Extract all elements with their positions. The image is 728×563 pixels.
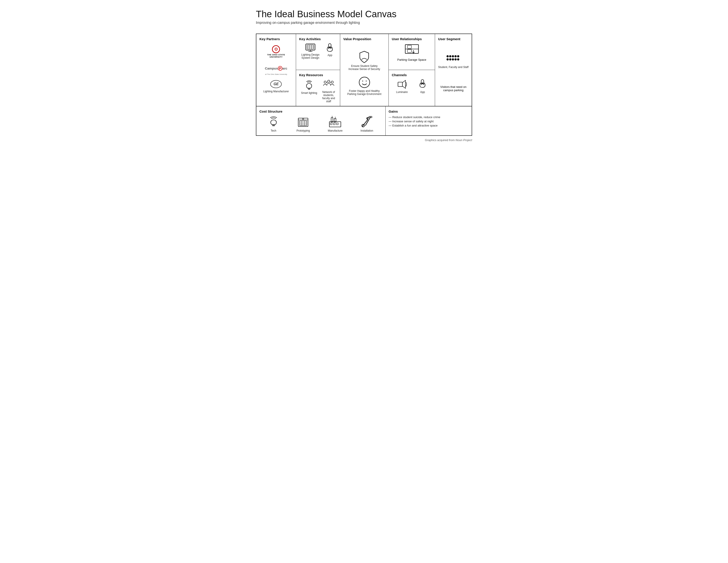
value-proposition-col: Value Proposition Ensure Student SafetyI… bbox=[340, 34, 389, 106]
channels-app-label: App bbox=[420, 90, 425, 94]
prototyping-block: Prototyping bbox=[296, 117, 310, 132]
svg-rect-28 bbox=[398, 82, 402, 86]
business-model-canvas: Key Partners O THE OHIO STATEUNIVERSITY … bbox=[256, 34, 472, 136]
installation-block: Installation bbox=[360, 115, 373, 132]
luminaire-icon bbox=[396, 79, 408, 90]
smart-lighting-label: Smart lighting bbox=[301, 91, 317, 94]
svg-point-39 bbox=[447, 58, 449, 60]
svg-point-17 bbox=[331, 81, 333, 83]
user-segment-col: User Segment bbox=[435, 34, 472, 106]
manufacture-label: Manufacture bbox=[328, 129, 343, 132]
bottom-grid: Cost Structure Tech bbox=[256, 106, 472, 135]
cost-structure-header: Cost Structure bbox=[259, 109, 382, 113]
visitors-block: Visitors that need on campus parking bbox=[438, 85, 469, 92]
us-content: Student, Faculty and Staff Visitors that… bbox=[438, 43, 469, 103]
svg-point-42 bbox=[454, 58, 457, 60]
key-resources-content: Smart lighting bbox=[299, 79, 337, 103]
footer-text: Graphics acquired from bbox=[425, 138, 456, 142]
parking-garage-icon bbox=[404, 43, 420, 57]
value-proposition-cell: Value Proposition Ensure Student SafetyI… bbox=[340, 34, 388, 106]
network-students-block: Network ofstudents,faculty andstaff bbox=[322, 79, 335, 103]
page-subtitle: Improving on-campus parking garage envir… bbox=[256, 21, 472, 25]
network-icon bbox=[323, 79, 334, 90]
key-activities-resources-col: Key Activities bbox=[296, 34, 340, 106]
user-segment-cell: User Segment bbox=[435, 34, 472, 106]
gains-item-1: Increase sense of safety at night bbox=[389, 120, 469, 123]
svg-point-43 bbox=[457, 58, 459, 60]
smart-lighting-icon bbox=[304, 79, 314, 90]
svg-rect-60 bbox=[333, 123, 335, 125]
key-partners-col: Key Partners O THE OHIO STATEUNIVERSITY … bbox=[256, 34, 296, 106]
happy-icon bbox=[358, 76, 371, 88]
installation-label: Installation bbox=[360, 129, 373, 132]
app-label: App bbox=[328, 54, 332, 57]
installation-icon bbox=[360, 115, 373, 128]
gains-item-2: Establish a fun and attractive space bbox=[389, 124, 469, 127]
people-group-icon bbox=[446, 54, 461, 65]
happy-environment-block: Foster Happy and HealthyParking Garage E… bbox=[347, 76, 381, 96]
svg-rect-1 bbox=[307, 45, 314, 49]
tech-icon bbox=[268, 115, 279, 128]
svg-point-22 bbox=[366, 81, 367, 81]
key-activities-cell: Key Activities bbox=[296, 34, 340, 70]
svg-point-35 bbox=[449, 55, 451, 57]
channels-header: Channels bbox=[392, 73, 432, 77]
channels-app-icon bbox=[418, 79, 427, 90]
page-title: The Ideal Business Model Canvas bbox=[256, 9, 472, 19]
prototyping-label: Prototyping bbox=[296, 129, 310, 132]
svg-point-38 bbox=[457, 55, 459, 57]
happy-environment-label: Foster Happy and HealthyParking Garage E… bbox=[347, 89, 381, 96]
lighting-design-icon bbox=[305, 43, 316, 52]
key-partners-cell: Key Partners O THE OHIO STATEUNIVERSITY … bbox=[256, 34, 296, 106]
svg-rect-59 bbox=[330, 123, 332, 125]
student-safety-block: Ensure Student SafetyIncrease Sense of S… bbox=[349, 50, 380, 71]
svg-point-55 bbox=[302, 118, 304, 120]
svg-point-36 bbox=[452, 55, 454, 57]
gains-item-0: Reduce student suicide, reduce crime bbox=[389, 115, 469, 119]
user-relationships-header: User Relationships bbox=[392, 37, 432, 41]
svg-rect-49 bbox=[300, 121, 307, 126]
ur-content: Parking Garage Space bbox=[392, 43, 432, 61]
svg-point-37 bbox=[454, 55, 457, 57]
network-students-label: Network ofstudents,faculty andstaff bbox=[322, 90, 335, 103]
osu-circle: O bbox=[272, 45, 280, 53]
app-icon bbox=[325, 43, 335, 53]
channels-app-block: App bbox=[418, 79, 427, 94]
svg-point-21 bbox=[362, 81, 363, 81]
svg-point-20 bbox=[359, 77, 370, 88]
lighting-design-label: Lighting DesignSystem Design bbox=[301, 53, 320, 59]
manufacture-icon bbox=[328, 115, 342, 128]
campus-parc-sub: at The Ohio State University bbox=[265, 73, 287, 75]
lighting-manufacturer-label: Lighting Manufacturer bbox=[263, 90, 289, 93]
campus-parc-logo: Campus P arc bbox=[265, 66, 287, 71]
svg-point-40 bbox=[449, 58, 451, 60]
tech-label: Tech bbox=[271, 129, 276, 132]
footer-italic: Noun Project bbox=[456, 138, 472, 142]
student-faculty-block: Student, Faculty and Staff bbox=[438, 54, 469, 69]
prototyping-icon bbox=[297, 117, 309, 128]
svg-point-15 bbox=[324, 81, 326, 83]
svg-rect-26 bbox=[407, 49, 411, 53]
svg-point-33 bbox=[423, 83, 424, 85]
key-resources-cell: Key Resources bbox=[296, 70, 340, 106]
safety-icon bbox=[358, 50, 371, 64]
lighting-design-block: Lighting DesignSystem Design bbox=[301, 43, 320, 59]
student-safety-label: Ensure Student SafetyIncrease Sense of S… bbox=[349, 64, 380, 71]
luminaire-label: Luminaire bbox=[396, 90, 408, 94]
key-activities-content: Lighting DesignSystem Design App bbox=[299, 43, 337, 59]
app-block: App bbox=[325, 43, 335, 57]
cost-structure-cell: Cost Structure Tech bbox=[256, 106, 386, 135]
channels-cell: Channels Luminaire bbox=[389, 70, 435, 106]
svg-marker-29 bbox=[402, 80, 405, 88]
svg-rect-25 bbox=[407, 45, 411, 48]
key-activities-header: Key Activities bbox=[299, 37, 337, 41]
parking-garage-space-label: Parking Garage Space bbox=[397, 58, 426, 61]
top-grid: Key Partners O THE OHIO STATEUNIVERSITY … bbox=[256, 34, 472, 106]
svg-point-8 bbox=[328, 43, 331, 47]
svg-point-30 bbox=[421, 79, 424, 83]
svg-point-16 bbox=[328, 80, 330, 82]
tech-block: Tech bbox=[268, 115, 279, 132]
osu-text: THE OHIO STATEUNIVERSITY bbox=[267, 54, 285, 58]
student-faculty-label: Student, Faculty and Staff bbox=[438, 66, 469, 69]
svg-rect-61 bbox=[336, 123, 338, 125]
